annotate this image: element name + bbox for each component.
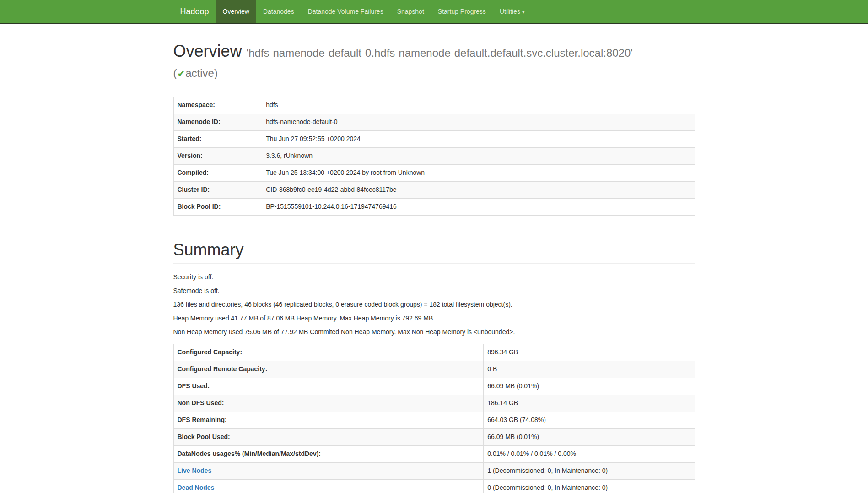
row-label: Namespace: [178,101,216,108]
state-label: active) [185,67,218,79]
nav-item-utilities[interactable]: Utilities▾ [493,0,532,23]
app-brand: Hadoop [173,0,216,23]
nav-item-startup-progress[interactable]: Startup Progress [431,0,493,23]
row-value: Thu Jun 27 09:52:55 +0200 2024 [266,135,361,142]
summary-label-dfs-remaining: DFS Remaining: [178,416,227,423]
summary-row-non-dfs-used: Non DFS Used: 186.14 GB [173,395,695,412]
cluster-info-row-version: Version: 3.3.6, rUnknown [173,147,695,164]
nav-item-label: Datanodes [263,8,294,15]
namenode-state: (✔active) [173,67,218,79]
nav-item-label: Snapshot [397,8,424,15]
nav-item-label: Datanode Volume Failures [308,8,383,15]
summary-table: Configured Capacity: 896.34 GB Configure… [173,344,695,493]
row-value: BP-1515559101-10.244.0.16-1719474769416 [266,203,397,210]
navbar: Hadoop Overview Datanodes Datanode Volum… [0,0,868,24]
summary-label-dead-nodes[interactable]: Dead Nodes [178,484,215,491]
nav-item-datanode-volume-failures[interactable]: Datanode Volume Failures [301,0,390,23]
row-value: Tue Jun 25 13:34:00 +0200 2024 by root f… [266,169,425,176]
main-content: Overview 'hdfs-namenode-default-0.hdfs-n… [167,42,702,493]
cluster-info-row-namespace: Namespace: hdfs [173,97,695,114]
nav-item-label: Utilities [500,8,520,15]
summary-value: 0 (Decommissioned: 0, In Maintenance: 0) [487,484,608,491]
row-label: Compiled: [178,169,209,176]
summary-value: 186.14 GB [487,399,518,406]
summary-row-live-nodes: Live Nodes 1 (Decommissioned: 0, In Main… [173,462,695,479]
summary-value: 0 B [487,365,497,373]
summary-value: 896.34 GB [487,348,518,356]
summary-paragraph: Security is off. [173,273,695,282]
summary-value: 66.09 MB (0.01%) [487,382,539,390]
summary-label-block-pool-used: Block Pool Used: [178,433,230,440]
cluster-info-row-block-pool-id: Block Pool ID: BP-1515559101-10.244.0.16… [173,198,695,215]
summary-row-dead-nodes: Dead Nodes 0 (Decommissioned: 0, In Main… [173,479,695,493]
summary-paragraph: Heap Memory used 41.77 MB of 87.06 MB He… [173,314,695,323]
summary-label-configured-remote-capacity: Configured Remote Capacity: [178,365,268,373]
summary-row-datanodes-usages-min-median-max-stddev: DataNodes usages% (Min/Median/Max/stdDev… [173,445,695,462]
state-open-paren: ( [173,67,177,79]
row-value: 3.3.6, rUnknown [266,152,313,159]
cluster-info-row-compiled: Compiled: Tue Jun 25 13:34:00 +0200 2024… [173,164,695,181]
cluster-info-row-started: Started: Thu Jun 27 09:52:55 +0200 2024 [173,130,695,147]
cluster-info-table: Namespace: hdfs Namenode ID: hdfs-nameno… [173,97,695,216]
nav-item-label: Overview [223,8,249,15]
summary-row-dfs-remaining: DFS Remaining: 664.03 GB (74.08%) [173,412,695,428]
check-icon: ✔ [177,69,186,79]
row-label: Cluster ID: [178,186,210,193]
namenode-address: 'hdfs-namenode-default-0.hdfs-namenode-d… [247,47,633,59]
nav-item-overview[interactable]: Overview [216,0,256,23]
row-label: Version: [178,152,203,159]
summary-value: 664.03 GB (74.08%) [487,416,546,423]
summary-label-non-dfs-used: Non DFS Used: [178,399,224,406]
cluster-info-row-namenode-id: Namenode ID: hdfs-namenode-default-0 [173,114,695,130]
nav-item-snapshot[interactable]: Snapshot [390,0,431,23]
summary-paragraph: Safemode is off. [173,287,695,296]
summary-label-configured-capacity: Configured Capacity: [178,348,243,356]
summary-title: Summary [173,241,695,259]
summary-paragraphs: Security is off. Safemode is off. 136 fi… [173,273,695,337]
overview-page-header: Overview 'hdfs-namenode-default-0.hdfs-n… [173,42,695,87]
summary-paragraph: 136 files and directories, 46 blocks (46… [173,300,695,309]
nav-item-datanodes[interactable]: Datanodes [256,0,301,23]
summary-row-configured-remote-capacity: Configured Remote Capacity: 0 B [173,361,695,378]
summary-row-block-pool-used: Block Pool Used: 66.09 MB (0.01%) [173,428,695,445]
caret-down-icon: ▾ [522,10,525,15]
summary-label-datanodes-usages-min-median-max-stddev: DataNodes usages% (Min/Median/Max/stdDev… [178,450,321,457]
page-title-text: Overview [173,42,242,60]
summary-page-header: Summary [173,241,695,264]
summary-label-live-nodes[interactable]: Live Nodes [178,467,212,474]
summary-paragraph: Non Heap Memory used 75.06 MB of 77.92 M… [173,328,695,337]
summary-row-configured-capacity: Configured Capacity: 896.34 GB [173,344,695,361]
row-value: CID-368b9fc0-ee19-4d22-abbd-84fcec8117be [266,186,396,193]
page-title: Overview 'hdfs-namenode-default-0.hdfs-n… [173,42,695,83]
nav-item-label: Startup Progress [438,8,486,15]
row-label: Namenode ID: [178,118,221,125]
row-label: Started: [178,135,202,142]
summary-label-dfs-used: DFS Used: [178,382,210,390]
navbar-menu: Overview Datanodes Datanode Volume Failu… [216,0,532,23]
cluster-info-row-cluster-id: Cluster ID: CID-368b9fc0-ee19-4d22-abbd-… [173,181,695,198]
summary-row-dfs-used: DFS Used: 66.09 MB (0.01%) [173,378,695,395]
summary-value: 1 (Decommissioned: 0, In Maintenance: 0) [487,467,608,474]
row-value: hdfs-namenode-default-0 [266,118,337,125]
summary-value: 0.01% / 0.01% / 0.01% / 0.00% [487,450,576,457]
row-label: Block Pool ID: [178,203,221,210]
row-value: hdfs [266,101,278,108]
summary-value: 66.09 MB (0.01%) [487,433,539,440]
